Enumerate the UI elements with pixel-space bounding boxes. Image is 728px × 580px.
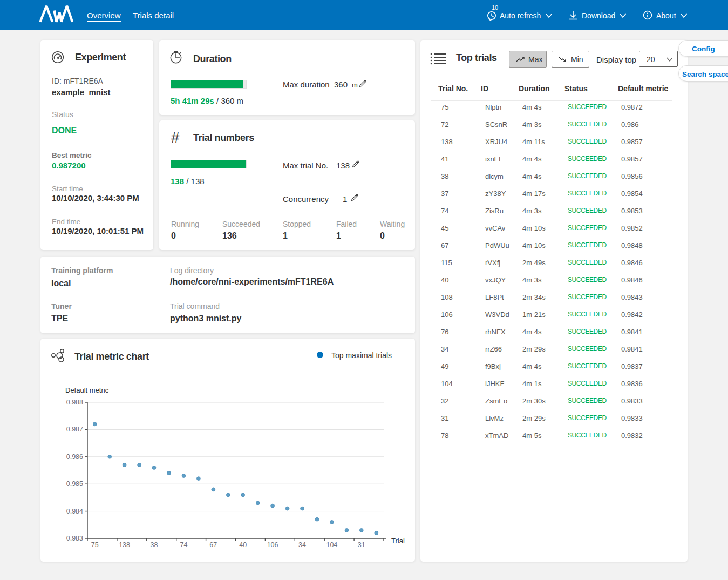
svg-text:75: 75: [91, 541, 99, 549]
svg-text:31: 31: [358, 541, 365, 549]
svg-text:104: 104: [326, 541, 337, 549]
svg-text:138: 138: [119, 541, 130, 549]
svg-text:67: 67: [209, 541, 217, 549]
svg-text:0.984: 0.984: [66, 508, 83, 515]
svg-text:40: 40: [239, 541, 247, 549]
svg-text:38: 38: [151, 541, 158, 549]
svg-text:34: 34: [298, 541, 306, 549]
svg-text:74: 74: [180, 541, 187, 549]
svg-text:0.986: 0.986: [66, 453, 83, 461]
svg-text:0.988: 0.988: [66, 399, 83, 406]
svg-text:0.983: 0.983: [66, 535, 83, 542]
svg-text:0.985: 0.985: [66, 480, 83, 488]
svg-text:Trial: Trial: [391, 537, 405, 545]
svg-text:106: 106: [267, 541, 278, 549]
svg-text:0.987: 0.987: [66, 426, 83, 433]
svg-text:Default metric: Default metric: [65, 386, 109, 394]
